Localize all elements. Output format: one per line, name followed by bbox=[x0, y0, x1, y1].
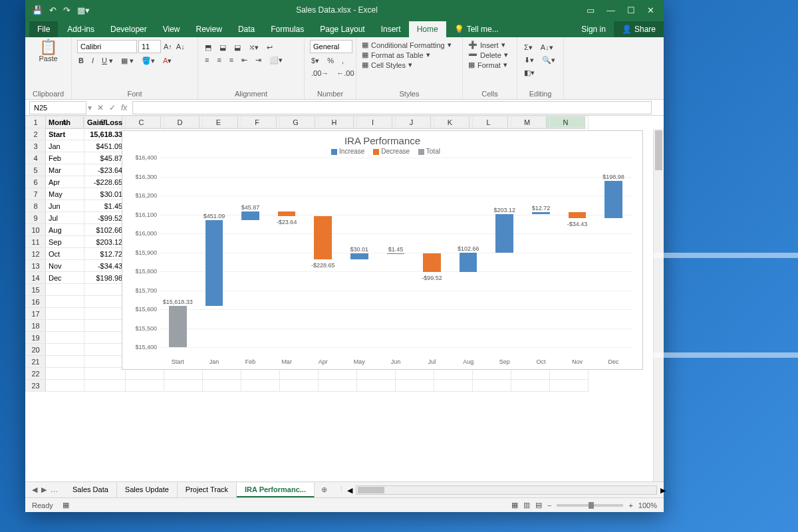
row-header[interactable]: 22 bbox=[26, 368, 46, 380]
close-icon[interactable]: ✕ bbox=[647, 5, 654, 15]
cell[interactable]: Dec bbox=[46, 272, 84, 284]
cell[interactable]: $30.01 bbox=[84, 188, 126, 200]
cell[interactable] bbox=[511, 116, 550, 128]
align-top-icon[interactable]: ⬒ bbox=[203, 43, 213, 53]
view-break-icon[interactable]: ▤ bbox=[535, 501, 542, 509]
cell[interactable]: Jul bbox=[46, 212, 84, 224]
cell-styles-button[interactable]: ▦Cell Styles ▾ bbox=[362, 60, 457, 70]
row-header[interactable]: 14 bbox=[26, 272, 46, 284]
zoom-slider[interactable] bbox=[557, 504, 623, 507]
font-name-select[interactable] bbox=[77, 40, 137, 53]
row-header[interactable]: 19 bbox=[26, 332, 46, 344]
spreadsheet-grid[interactable]: ABCDEFGHIJKLMN 1MonthGain/Loss2Start15,6… bbox=[25, 116, 664, 481]
row-header[interactable]: 12 bbox=[26, 248, 46, 260]
cell[interactable]: Gain/Loss bbox=[84, 116, 126, 128]
cell[interactable] bbox=[357, 380, 396, 392]
autosum-icon[interactable]: Σ▾ bbox=[523, 43, 534, 53]
cell[interactable] bbox=[357, 116, 396, 128]
tab-view[interactable]: View bbox=[155, 21, 188, 37]
tell-me[interactable]: 💡Tell me... bbox=[446, 21, 507, 37]
sheet-nav-next-icon[interactable]: ▶ bbox=[41, 485, 47, 494]
decrease-font-icon[interactable]: A↓ bbox=[175, 42, 186, 51]
align-right-icon[interactable]: ≡ bbox=[228, 55, 235, 65]
cell[interactable]: Jun bbox=[46, 200, 84, 212]
row-header[interactable]: 9 bbox=[26, 212, 46, 224]
sheet-tab[interactable]: IRA Performanc... bbox=[237, 483, 315, 497]
cell[interactable]: Apr bbox=[46, 176, 84, 188]
cell[interactable] bbox=[46, 308, 84, 320]
tab-developer[interactable]: Developer bbox=[102, 21, 155, 37]
ribbon-options-icon[interactable]: ▭ bbox=[587, 5, 595, 15]
cell[interactable] bbox=[84, 308, 126, 320]
sheet-nav-more-icon[interactable]: … bbox=[51, 485, 58, 494]
increase-font-icon[interactable]: A↑ bbox=[162, 42, 174, 51]
row-header[interactable]: 8 bbox=[26, 200, 46, 212]
cell[interactable] bbox=[84, 344, 126, 356]
comma-icon[interactable]: , bbox=[340, 56, 345, 66]
tab-formulas[interactable]: Formulas bbox=[263, 21, 312, 37]
cell[interactable]: Nov bbox=[46, 260, 84, 272]
clear-icon[interactable]: ◧▾ bbox=[523, 68, 536, 78]
row-header[interactable]: 7 bbox=[26, 188, 46, 200]
name-box[interactable] bbox=[29, 101, 86, 114]
underline-button[interactable]: U ▾ bbox=[100, 56, 114, 66]
vertical-scrollbar[interactable] bbox=[653, 129, 664, 481]
cell[interactable] bbox=[280, 116, 319, 128]
row-header[interactable]: 23 bbox=[26, 380, 46, 392]
indent-increase-icon[interactable]: ⇥ bbox=[254, 55, 263, 65]
cell[interactable] bbox=[84, 320, 126, 332]
row-header[interactable]: 2 bbox=[26, 128, 46, 140]
tab-page-layout[interactable]: Page Layout bbox=[312, 21, 372, 37]
row-header[interactable]: 17 bbox=[26, 308, 46, 320]
delete-cells-button[interactable]: ➖Delete ▾ bbox=[468, 50, 511, 60]
cell[interactable] bbox=[84, 368, 126, 380]
cell[interactable] bbox=[280, 380, 319, 392]
cell[interactable] bbox=[84, 296, 126, 308]
row-header[interactable]: 10 bbox=[26, 224, 46, 236]
paste-button[interactable]: Paste bbox=[31, 55, 66, 63]
cell[interactable]: 15,618.33 bbox=[84, 128, 126, 140]
cell[interactable]: $12.72 bbox=[84, 248, 126, 260]
cell[interactable] bbox=[164, 380, 203, 392]
paste-icon[interactable]: 📋 bbox=[31, 40, 66, 55]
cell[interactable] bbox=[46, 332, 84, 344]
cell[interactable] bbox=[473, 116, 511, 128]
undo-icon[interactable]: ↶ bbox=[49, 5, 57, 15]
cell[interactable]: Sep bbox=[46, 236, 84, 248]
cell[interactable] bbox=[511, 380, 550, 392]
zoom-in-icon[interactable]: + bbox=[628, 501, 632, 509]
cell[interactable]: Oct bbox=[46, 248, 84, 260]
cell[interactable] bbox=[84, 380, 126, 392]
new-sheet-button[interactable]: ⊕ bbox=[315, 485, 334, 494]
row-header[interactable]: 18 bbox=[26, 320, 46, 332]
tab-file[interactable]: File bbox=[29, 21, 58, 37]
chart-object[interactable]: IRA Performance Increase Decrease Total … bbox=[122, 130, 643, 370]
format-as-table-button[interactable]: ▦Format as Table ▾ bbox=[362, 50, 457, 60]
cell[interactable] bbox=[434, 116, 473, 128]
zoom-out-icon[interactable]: − bbox=[547, 501, 551, 509]
font-size-select[interactable] bbox=[138, 40, 161, 53]
cell[interactable]: $1.45 bbox=[84, 200, 126, 212]
increase-decimal-icon[interactable]: .00→ bbox=[310, 68, 330, 78]
cell[interactable] bbox=[203, 380, 241, 392]
decrease-decimal-icon[interactable]: ←.00 bbox=[335, 68, 355, 78]
enter-formula-icon[interactable]: ✓ bbox=[109, 103, 116, 112]
row-header[interactable]: 15 bbox=[26, 284, 46, 296]
cell[interactable] bbox=[241, 380, 280, 392]
cell[interactable]: Feb bbox=[46, 152, 84, 164]
cell[interactable] bbox=[46, 356, 84, 368]
fill-icon[interactable]: ⬇▾ bbox=[523, 55, 535, 65]
redo-icon[interactable]: ↷ bbox=[63, 5, 70, 15]
save-icon[interactable]: 💾 bbox=[32, 5, 43, 15]
wrap-text-icon[interactable]: ↩ bbox=[265, 43, 274, 53]
fill-color-button[interactable]: 🪣▾ bbox=[140, 56, 156, 66]
cell[interactable]: $451.09 bbox=[84, 140, 126, 152]
cell[interactable] bbox=[550, 116, 589, 128]
cell[interactable]: Month bbox=[46, 116, 84, 128]
tab-review[interactable]: Review bbox=[188, 21, 230, 37]
cell[interactable] bbox=[241, 116, 280, 128]
signin-button[interactable]: Sign in bbox=[573, 21, 614, 37]
cell[interactable] bbox=[84, 284, 126, 296]
row-header[interactable]: 6 bbox=[26, 176, 46, 188]
cell[interactable]: $203.12 bbox=[84, 236, 126, 248]
